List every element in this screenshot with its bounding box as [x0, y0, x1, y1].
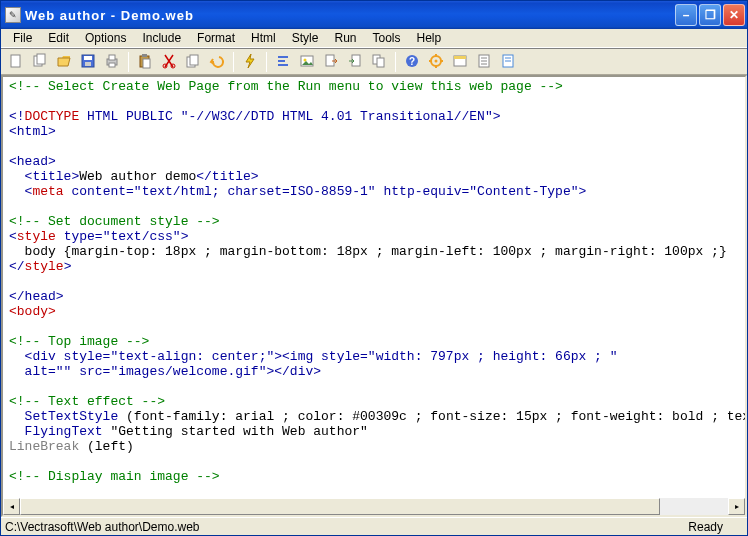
- save-button[interactable]: [77, 51, 99, 73]
- code-line: alt="" src="images/welcome.gif"></div>: [9, 364, 743, 379]
- image-button[interactable]: [296, 51, 318, 73]
- code-line: LineBreak (left): [9, 439, 743, 454]
- maximize-button[interactable]: ❐: [699, 4, 721, 26]
- open-icon: [56, 53, 72, 71]
- code-editor[interactable]: <!-- Select Create Web Page from the Run…: [3, 77, 745, 498]
- svg-rect-11: [143, 59, 150, 68]
- cut-button[interactable]: [158, 51, 180, 73]
- svg-rect-10: [142, 54, 147, 57]
- code-line: <!-- Select Create Web Page from the Run…: [9, 79, 743, 94]
- menu-help[interactable]: Help: [409, 30, 450, 46]
- print-button[interactable]: [101, 51, 123, 73]
- code-line: <!-- Top image -->: [9, 334, 743, 349]
- image-icon: [299, 53, 315, 71]
- new-icon: [8, 53, 24, 71]
- paste-button[interactable]: [134, 51, 156, 73]
- doc-dup-icon: [371, 53, 387, 71]
- code-line: <head>: [9, 154, 743, 169]
- code-line: <html>: [9, 124, 743, 139]
- lightning-button[interactable]: [239, 51, 261, 73]
- copy-doc-icon: [32, 53, 48, 71]
- code-line: </head>: [9, 289, 743, 304]
- code-line: <!-- Set document style -->: [9, 214, 743, 229]
- svg-rect-2: [37, 54, 45, 64]
- menubar: FileEditOptionsIncludeFormatHtmlStyleRun…: [1, 29, 747, 48]
- para-left-icon: [275, 53, 291, 71]
- code-line: [9, 94, 743, 109]
- editor-wrap: <!-- Select Create Web Page from the Run…: [1, 75, 747, 517]
- menu-style[interactable]: Style: [284, 30, 327, 46]
- code-line: <meta content="text/html; charset=ISO-88…: [9, 184, 743, 199]
- code-line: <!-- Display main image -->: [9, 469, 743, 484]
- close-button[interactable]: ✕: [723, 4, 745, 26]
- svg-rect-15: [190, 55, 198, 65]
- code-line: [9, 199, 743, 214]
- window-controls: – ❐ ✕: [675, 4, 745, 26]
- separator: [395, 52, 396, 72]
- doc-in-icon: [347, 53, 363, 71]
- help-icon: ?: [404, 53, 420, 71]
- status-ready: Ready: [688, 520, 723, 534]
- window-icon: [452, 53, 468, 71]
- toolbar: ?: [1, 48, 747, 75]
- scroll-track[interactable]: [20, 498, 728, 515]
- paste-icon: [137, 53, 153, 71]
- svg-rect-34: [454, 56, 466, 59]
- code-line: FlyingText "Getting started with Web aut…: [9, 424, 743, 439]
- menu-edit[interactable]: Edit: [40, 30, 77, 46]
- menu-run[interactable]: Run: [326, 30, 364, 46]
- scroll-thumb[interactable]: [20, 498, 660, 515]
- menu-tools[interactable]: Tools: [364, 30, 408, 46]
- doc-dup-button[interactable]: [368, 51, 390, 73]
- separator: [233, 52, 234, 72]
- copy-icon: [185, 53, 201, 71]
- separator: [266, 52, 267, 72]
- doc-out-button[interactable]: [320, 51, 342, 73]
- gear-icon: [428, 53, 444, 71]
- menu-html[interactable]: Html: [243, 30, 284, 46]
- svg-rect-0: [11, 55, 20, 67]
- code-line: [9, 379, 743, 394]
- svg-rect-8: [109, 63, 115, 67]
- minimize-button[interactable]: –: [675, 4, 697, 26]
- gear-button[interactable]: [425, 51, 447, 73]
- code-line: <!DOCTYPE HTML PUBLIC "-//W3C//DTD HTML …: [9, 109, 743, 124]
- undo-button[interactable]: [206, 51, 228, 73]
- horizontal-scrollbar[interactable]: ◂ ▸: [3, 498, 745, 515]
- help-button[interactable]: ?: [401, 51, 423, 73]
- scroll-left-button[interactable]: ◂: [3, 498, 20, 515]
- para-left-button[interactable]: [272, 51, 294, 73]
- open-button[interactable]: [53, 51, 75, 73]
- scroll-right-button[interactable]: ▸: [728, 498, 745, 515]
- menu-options[interactable]: Options: [77, 30, 134, 46]
- code-line: <div style="text-align: center;"><img st…: [9, 349, 743, 364]
- menu-include[interactable]: Include: [134, 30, 189, 46]
- lightning-icon: [242, 53, 258, 71]
- code-line: SetTextStyle (font-family: arial ; color…: [9, 409, 743, 424]
- statusbar: C:\Vectrasoft\Web author\Demo.web Ready: [1, 517, 747, 535]
- page2-button[interactable]: [497, 51, 519, 73]
- svg-rect-7: [109, 55, 115, 60]
- svg-rect-5: [85, 62, 91, 66]
- window-title: Web author - Demo.web: [25, 8, 675, 23]
- status-path: C:\Vectrasoft\Web author\Demo.web: [5, 520, 200, 534]
- code-line: <!-- Text effect -->: [9, 394, 743, 409]
- print-icon: [104, 53, 120, 71]
- page-button[interactable]: [473, 51, 495, 73]
- code-line: [9, 319, 743, 334]
- app-icon: ✎: [5, 7, 21, 23]
- titlebar: ✎ Web author - Demo.web – ❐ ✕: [1, 1, 747, 29]
- code-line: <title>Web author demo</title>: [9, 169, 743, 184]
- menu-file[interactable]: File: [5, 30, 40, 46]
- save-icon: [80, 53, 96, 71]
- new-button[interactable]: [5, 51, 27, 73]
- code-line: </style>: [9, 259, 743, 274]
- doc-out-icon: [323, 53, 339, 71]
- doc-in-button[interactable]: [344, 51, 366, 73]
- menu-format[interactable]: Format: [189, 30, 243, 46]
- copy-doc-button[interactable]: [29, 51, 51, 73]
- window-button[interactable]: [449, 51, 471, 73]
- copy-button[interactable]: [182, 51, 204, 73]
- code-line: [9, 139, 743, 154]
- code-line: [9, 454, 743, 469]
